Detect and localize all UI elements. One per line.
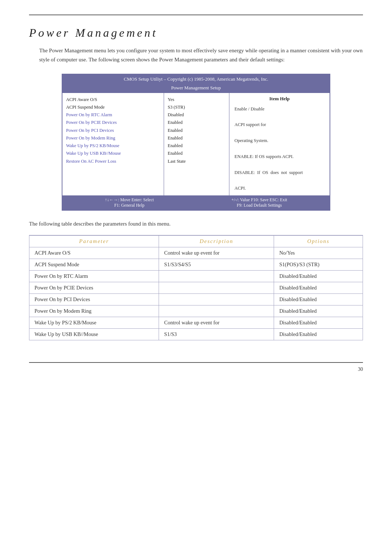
bios-val-modem: Enabled [168, 134, 225, 142]
bios-val-acpi-suspend: S3 (STR) [168, 104, 225, 111]
bios-val-acpi-aware: Yes [168, 96, 225, 104]
table-row: Power On by PCIE DevicesDisabled/Enabled [29, 282, 363, 294]
bios-item-acpi-aware: ACPI Aware O/S [66, 96, 160, 104]
table-cell-r6-c0: Wake Up by PS/2 KB/Mouse [29, 317, 159, 329]
bios-item-rtc: Power On by RTC Alarm [66, 111, 160, 119]
page-number: 30 [29, 366, 363, 372]
col-header-options: Options [274, 235, 363, 247]
bios-item-usb: Wake Up by USB KB//Mouse [66, 150, 160, 157]
bios-screen: CMOS Setup Utiliyt – Copyright (c) 1985-… [62, 74, 330, 211]
table-cell-r2-c0: Power On by RTC Alarm [29, 271, 159, 282]
table-cell-r5-c2: Disabled/Enabled [274, 305, 363, 317]
bios-val-ps2: Enabled [168, 142, 225, 150]
bios-header: CMOS Setup Utiliyt – Copyright (c) 1985-… [62, 74, 330, 84]
table-cell-r0-c0: ACPI Aware O/S [29, 247, 159, 259]
bios-val-rtc: Disabled [168, 111, 225, 119]
table-cell-r0-c2: No/Yes [274, 247, 363, 259]
table-row: Power On by PCI DevicesDisabled/Enabled [29, 294, 363, 305]
table-cell-r7-c2: Disabled/Enabled [274, 329, 363, 340]
bios-val-pci: Enabled [168, 127, 225, 134]
bios-item-modem: Power On by Modem Ring [66, 134, 160, 142]
bios-item-pci: Power On by PCI Devices [66, 127, 160, 134]
col-header-description: Description [159, 235, 274, 247]
table-cell-r3-c0: Power On by PCIE Devices [29, 282, 159, 294]
parameters-table: Parameter Description Options ACPI Aware… [29, 235, 363, 340]
bios-footer-f9: F9: Load Default Settings [232, 203, 287, 208]
bios-footer-nav: ↑↓←→: Move Enter: Select F1: General Hel… [105, 197, 154, 208]
bios-subheader: Power Management Setup [62, 84, 330, 93]
bios-left-panel: ACPI Aware O/S ACPI Suspend Mode Power O… [62, 93, 164, 196]
intro-text: The Power Management menu lets you confi… [39, 46, 363, 64]
table-cell-r4-c0: Power On by PCI Devices [29, 294, 159, 305]
bios-val-ac: Last State [168, 158, 225, 165]
table-row: Power On by RTC AlarmDisabled/Enabled [29, 271, 363, 282]
table-cell-r3-c1 [159, 282, 274, 294]
bios-footer: ↑↓←→: Move Enter: Select F1: General Hel… [62, 195, 330, 210]
col-header-parameter: Parameter [29, 235, 159, 247]
bios-footer-value: +/-/: Value F10: Save ESC: Exit F9: Load… [232, 197, 287, 208]
bios-val-pcie: Enabled [168, 119, 225, 126]
table-cell-r1-c1: S1/S3/S4/S5 [159, 259, 274, 271]
bios-item-help-text: Enable / Disable ACPI support for Operat… [234, 105, 324, 193]
table-cell-r6-c1: Control wake up event for [159, 317, 274, 329]
table-cell-r1-c2: S1(POS)/S3 (STR) [274, 259, 363, 271]
bios-footer-f1: F1: General Help [105, 203, 154, 208]
table-cell-r7-c0: Wake Up by USB KB//Mouse [29, 329, 159, 340]
table-cell-r6-c2: Disabled/Enabled [274, 317, 363, 329]
bios-footer-nav-text: ↑↓←→: Move Enter: Select [105, 197, 154, 203]
table-cell-r2-c2: Disabled/Enabled [274, 271, 363, 282]
table-row: Wake Up by USB KB//MouseS1/S3Disabled/En… [29, 329, 363, 340]
table-cell-r2-c1 [159, 271, 274, 282]
bios-footer-value-text: +/-/: Value F10: Save ESC: Exit [232, 197, 287, 203]
table-row: ACPI Suspend ModeS1/S3/S4/S5S1(POS)/S3 (… [29, 259, 363, 271]
table-cell-r4-c2: Disabled/Enabled [274, 294, 363, 305]
bios-right-panel: Item Help Enable / Disable ACPI support … [229, 93, 330, 196]
bios-val-usb: Enabled [168, 150, 225, 157]
bottom-rule [29, 362, 363, 363]
table-cell-r5-c0: Power On by Modem Ring [29, 305, 159, 317]
table-cell-r5-c1 [159, 305, 274, 317]
bios-item-acpi-suspend: ACPI Suspend Mode [66, 104, 160, 111]
bios-body: ACPI Aware O/S ACPI Suspend Mode Power O… [62, 93, 330, 196]
bios-item-ac: Restore On AC Power Loss [66, 158, 160, 165]
table-row: Wake Up by PS/2 KB/MouseControl wake up … [29, 317, 363, 329]
bios-item-ps2: Wake Up by PS/2 KB/Mouse [66, 142, 160, 150]
table-cell-r7-c1: S1/S3 [159, 329, 274, 340]
table-cell-r4-c1 [159, 294, 274, 305]
table-row: ACPI Aware O/SControl wake up event forN… [29, 247, 363, 259]
table-cell-r3-c2: Disabled/Enabled [274, 282, 363, 294]
following-text: The following table describes the parame… [29, 221, 363, 227]
bios-item-pcie: Power On by PCIE Devices [66, 119, 160, 126]
top-rule [29, 15, 363, 15]
bios-item-help-title: Item Help [234, 96, 324, 102]
table-cell-r0-c1: Control wake up event for [159, 247, 274, 259]
page-title: Power Management [29, 26, 363, 40]
table-cell-r1-c0: ACPI Suspend Mode [29, 259, 159, 271]
bios-middle-panel: Yes S3 (STR) Disabled Enabled Enabled En… [164, 93, 229, 196]
table-row: Power On by Modem RingDisabled/Enabled [29, 305, 363, 317]
